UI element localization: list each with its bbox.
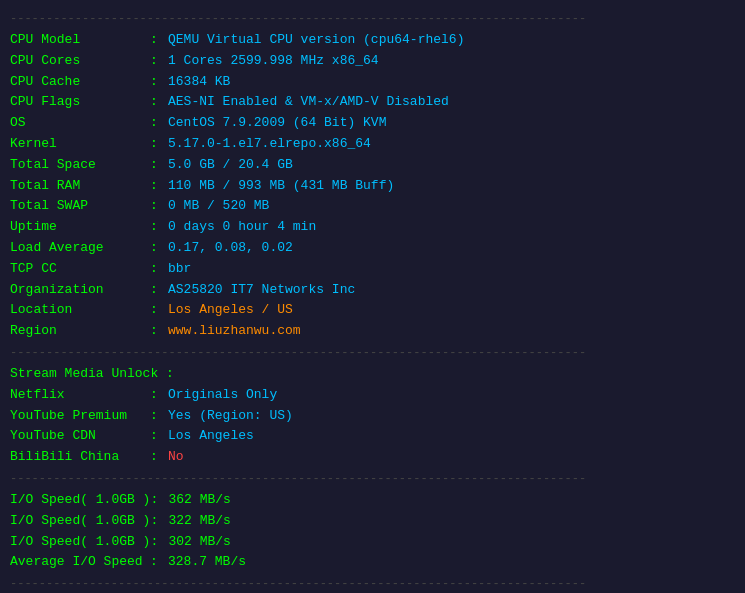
row-label: Total Space (10, 155, 150, 176)
row-label: CPU Cache (10, 72, 150, 93)
media-title-row: Stream Media Unlock : (10, 364, 735, 385)
row-value: 0 MB / 520 MB (168, 196, 269, 217)
row-label: Average I/O Speed (10, 552, 150, 573)
row-label: OS (10, 113, 150, 134)
row-value: 5.17.0-1.el7.elrepo.x86_64 (168, 134, 371, 155)
io-section: I/O Speed( 1.0GB ) : 362 MB/sI/O Speed( … (10, 490, 735, 573)
row-label: BiliBili China (10, 447, 150, 468)
row-colon: : (150, 280, 164, 301)
row-value: 0 days 0 hour 4 min (168, 217, 316, 238)
info-row: YouTube Premium : Yes (Region: US) (10, 406, 735, 427)
row-colon: : (150, 72, 164, 93)
row-value: 16384 KB (168, 72, 230, 93)
row-label: Load Average (10, 238, 150, 259)
row-value: 302 MB/s (168, 532, 230, 553)
row-label: Organization (10, 280, 150, 301)
media-title-label: Stream Media Unlock : (10, 364, 174, 385)
row-colon: : (150, 238, 164, 259)
row-label: I/O Speed( 1.0GB ) (10, 490, 150, 511)
info-row: Organization : AS25820 IT7 Networks Inc (10, 280, 735, 301)
info-row: I/O Speed( 1.0GB ) : 322 MB/s (10, 511, 735, 532)
row-colon: : (150, 196, 164, 217)
row-label: CPU Model (10, 30, 150, 51)
row-label: Location (10, 300, 150, 321)
row-colon: : (150, 426, 164, 447)
row-value: bbr (168, 259, 191, 280)
info-row: Region : www.liuzhanwu.com (10, 321, 735, 342)
info-row: Average I/O Speed : 328.7 MB/s (10, 552, 735, 573)
row-colon: : (150, 176, 164, 197)
info-row: Uptime : 0 days 0 hour 4 min (10, 217, 735, 238)
row-colon: : (150, 155, 164, 176)
info-row: Netflix : Originals Only (10, 385, 735, 406)
terminal-output: ----------------------------------------… (10, 12, 735, 593)
row-label: YouTube CDN (10, 426, 150, 447)
row-colon: : (150, 30, 164, 51)
info-row: CPU Model : QEMU Virtual CPU version (cp… (10, 30, 735, 51)
row-colon: : (150, 552, 164, 573)
info-row: TCP CC : bbr (10, 259, 735, 280)
divider-media: ----------------------------------------… (10, 346, 735, 360)
row-value: www.liuzhanwu.com (168, 321, 301, 342)
row-value: AES-NI Enabled & VM-x/AMD-V Disabled (168, 92, 449, 113)
divider-io: ----------------------------------------… (10, 472, 735, 486)
row-value: Yes (Region: US) (168, 406, 293, 427)
row-colon: : (150, 259, 164, 280)
system-info-section: CPU Model : QEMU Virtual CPU version (cp… (10, 30, 735, 342)
row-value: 328.7 MB/s (168, 552, 246, 573)
row-colon: : (150, 134, 164, 155)
row-colon: : (150, 385, 164, 406)
row-value: No (168, 447, 184, 468)
row-value: CentOS 7.9.2009 (64 Bit) KVM (168, 113, 386, 134)
row-value: 0.17, 0.08, 0.02 (168, 238, 293, 259)
divider-bench: ----------------------------------------… (10, 577, 735, 591)
row-colon: : (150, 406, 164, 427)
info-row: Total RAM : 110 MB / 993 MB (431 MB Buff… (10, 176, 735, 197)
info-row: Kernel : 5.17.0-1.el7.elrepo.x86_64 (10, 134, 735, 155)
row-colon: : (150, 51, 164, 72)
row-value: 5.0 GB / 20.4 GB (168, 155, 293, 176)
row-label: Netflix (10, 385, 150, 406)
row-label: CPU Flags (10, 92, 150, 113)
row-colon: : (150, 532, 164, 553)
info-row: Total SWAP : 0 MB / 520 MB (10, 196, 735, 217)
row-label: Uptime (10, 217, 150, 238)
row-label: I/O Speed( 1.0GB ) (10, 511, 150, 532)
info-row: OS : CentOS 7.9.2009 (64 Bit) KVM (10, 113, 735, 134)
info-row: CPU Cores : 1 Cores 2599.998 MHz x86_64 (10, 51, 735, 72)
row-value: 110 MB / 993 MB (431 MB Buff) (168, 176, 394, 197)
row-value: 322 MB/s (168, 511, 230, 532)
row-value: Los Angeles / US (168, 300, 293, 321)
divider-top: ----------------------------------------… (10, 12, 735, 26)
info-row: Total Space : 5.0 GB / 20.4 GB (10, 155, 735, 176)
row-label: Region (10, 321, 150, 342)
row-colon: : (150, 217, 164, 238)
row-value: QEMU Virtual CPU version (cpu64-rhel6) (168, 30, 464, 51)
info-row: CPU Cache : 16384 KB (10, 72, 735, 93)
row-label: I/O Speed( 1.0GB ) (10, 532, 150, 553)
row-label: TCP CC (10, 259, 150, 280)
row-colon: : (150, 300, 164, 321)
media-section: Stream Media Unlock : Netflix : Original… (10, 364, 735, 468)
row-colon: : (150, 321, 164, 342)
row-label: Total RAM (10, 176, 150, 197)
row-value: 362 MB/s (168, 490, 230, 511)
row-colon: : (150, 490, 164, 511)
info-row: I/O Speed( 1.0GB ) : 362 MB/s (10, 490, 735, 511)
info-row: BiliBili China : No (10, 447, 735, 468)
info-row: I/O Speed( 1.0GB ) : 302 MB/s (10, 532, 735, 553)
row-value: 1 Cores 2599.998 MHz x86_64 (168, 51, 379, 72)
info-row: Location : Los Angeles / US (10, 300, 735, 321)
row-value: AS25820 IT7 Networks Inc (168, 280, 355, 301)
row-value: Los Angeles (168, 426, 254, 447)
info-row: YouTube CDN : Los Angeles (10, 426, 735, 447)
row-label: Total SWAP (10, 196, 150, 217)
row-label: CPU Cores (10, 51, 150, 72)
info-row: CPU Flags : AES-NI Enabled & VM-x/AMD-V … (10, 92, 735, 113)
row-colon: : (150, 113, 164, 134)
row-colon: : (150, 92, 164, 113)
row-label: YouTube Premium (10, 406, 150, 427)
info-row: Load Average : 0.17, 0.08, 0.02 (10, 238, 735, 259)
row-value: Originals Only (168, 385, 277, 406)
row-label: Kernel (10, 134, 150, 155)
